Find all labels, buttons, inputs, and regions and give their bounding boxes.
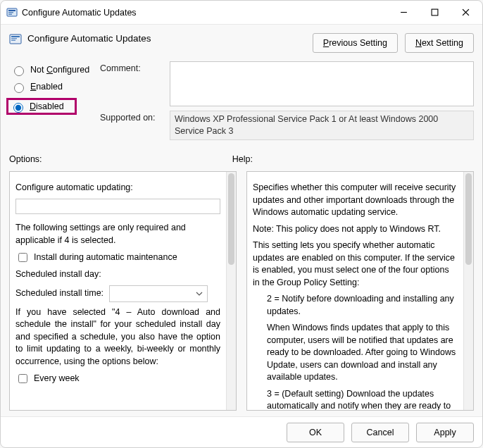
maximize-button[interactable] <box>419 2 450 23</box>
scheduled-time-row: Scheduled install time: <box>15 285 220 302</box>
policy-title: Configure Automatic Updates <box>27 33 151 44</box>
state-radios: Not Configured Enabled Disabled <box>9 61 97 144</box>
supported-on-textbox: Windows XP Professional Service Pack 1 o… <box>170 111 474 140</box>
svg-rect-5 <box>432 9 438 15</box>
svg-rect-2 <box>8 12 13 13</box>
svg-rect-11 <box>11 40 15 42</box>
minimize-icon <box>400 8 408 16</box>
options-paragraph: If you have selected "4 – Auto download … <box>15 306 220 368</box>
window-title: Configure Automatic Updates <box>22 8 137 18</box>
dialog-window: Configure Automatic Updates <box>0 0 483 448</box>
options-content: Configure automatic updating: The follow… <box>10 172 226 410</box>
svg-rect-10 <box>11 38 17 39</box>
options-heading: Configure automatic updating: <box>15 182 220 194</box>
close-button[interactable] <box>450 2 481 23</box>
maximize-icon <box>431 8 439 16</box>
radio-enabled-label: Enabled <box>30 82 63 92</box>
help-p3: This setting lets you specify whether au… <box>253 239 458 289</box>
every-week-input[interactable] <box>18 374 27 383</box>
options-required-note: The following settings are only required… <box>15 222 220 247</box>
help-opt3: 3 = (Default setting) Download the updat… <box>253 388 458 411</box>
svg-rect-1 <box>8 10 15 11</box>
dialog-footer: OK Cancel Apply <box>1 416 482 447</box>
every-week-label: Every week <box>34 373 80 385</box>
help-opt2: 2 = Notify before downloading and instal… <box>253 293 458 318</box>
svg-rect-3 <box>8 13 12 15</box>
help-scrollbar[interactable] <box>463 172 473 410</box>
supported-label: Supported on: <box>100 111 167 140</box>
every-week-checkbox[interactable]: Every week <box>15 372 220 385</box>
options-scrollbar[interactable] <box>226 172 236 410</box>
scheduled-day-label: Scheduled install day: <box>15 268 101 281</box>
ok-button[interactable]: OK <box>287 423 344 442</box>
chevron-down-icon <box>196 290 203 297</box>
scheduled-day-row: Scheduled install day: <box>15 268 220 281</box>
help-pane: Specifies whether this computer will rec… <box>246 171 474 411</box>
radio-not-configured[interactable]: Not Configured <box>9 61 97 78</box>
body: Configure Automatic Updates Previous Set… <box>1 25 482 416</box>
svg-rect-9 <box>11 36 20 37</box>
radio-disabled-input[interactable] <box>13 103 23 113</box>
help-content: Specifies whether this computer will rec… <box>247 172 463 410</box>
comment-textarea[interactable] <box>170 61 474 106</box>
help-opt2-desc: When Windows finds updates that apply to… <box>253 322 458 384</box>
install-during-maintenance-input[interactable] <box>18 253 27 262</box>
radio-disabled-label: Disabled <box>30 101 64 111</box>
help-p2: Note: This policy does not apply to Wind… <box>253 223 458 236</box>
minimize-button[interactable] <box>388 2 419 23</box>
title-bar: Configure Automatic Updates <box>1 1 482 25</box>
install-during-maintenance-label: Install during automatic maintenance <box>34 251 177 264</box>
auto-update-mode-input[interactable] <box>15 199 220 214</box>
heading-row: Configure Automatic Updates Previous Set… <box>9 32 474 53</box>
close-icon <box>462 8 470 16</box>
previous-setting-button[interactable]: Previous Setting <box>313 33 398 53</box>
next-setting-button[interactable]: Next Setting <box>405 33 474 53</box>
policy-icon <box>9 33 22 46</box>
help-label: Help: <box>232 154 474 164</box>
install-during-maintenance-checkbox[interactable]: Install during automatic maintenance <box>15 251 220 264</box>
config-grid: Not Configured Enabled Disabled Comment:… <box>9 61 474 144</box>
radio-enabled[interactable]: Enabled <box>9 78 97 95</box>
radio-disabled[interactable]: Disabled <box>6 98 77 115</box>
scrollbar-thumb[interactable] <box>228 173 234 265</box>
radio-not-configured-input[interactable] <box>14 66 24 76</box>
section-labels: Options: Help: <box>9 154 474 164</box>
panes: Configure automatic updating: The follow… <box>9 171 474 411</box>
app-icon <box>6 7 18 18</box>
help-p1: Specifies whether this computer will rec… <box>253 182 458 219</box>
options-pane: Configure automatic updating: The follow… <box>9 171 237 411</box>
radio-not-configured-label: Not Configured <box>30 65 89 75</box>
cancel-button[interactable]: Cancel <box>351 423 409 442</box>
apply-button[interactable]: Apply <box>416 423 474 442</box>
radio-enabled-input[interactable] <box>14 83 24 93</box>
scrollbar-thumb[interactable] <box>465 173 472 265</box>
scheduled-time-select[interactable] <box>109 285 208 302</box>
comment-label: Comment: <box>100 61 167 106</box>
scheduled-time-label: Scheduled install time: <box>15 287 104 300</box>
options-label: Options: <box>9 154 232 164</box>
